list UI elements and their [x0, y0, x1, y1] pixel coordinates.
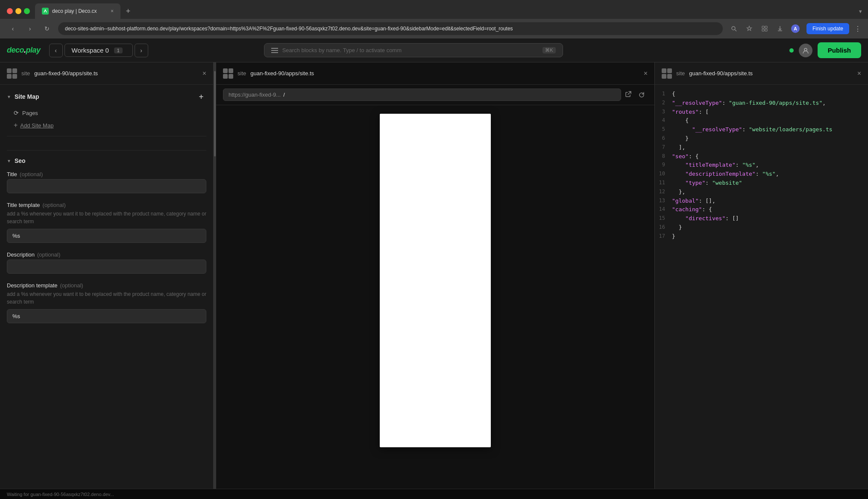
preview-url-display: https://guan-fixed-9... /	[223, 89, 621, 101]
search-url-button[interactable]	[728, 23, 740, 35]
left-panel-close-button[interactable]: ×	[202, 70, 206, 77]
code-line-5: 5 "__resolveType": "website/loaders/page…	[655, 125, 868, 134]
status-bar: Waiting for guan-fixed-90-56asqxkz7t02.d…	[0, 489, 868, 499]
code-panel-icon	[662, 68, 672, 79]
browser-url-input[interactable]	[58, 22, 723, 35]
code-panel-close-button[interactable]: ×	[857, 70, 861, 77]
code-line-1: 1 {	[655, 90, 868, 99]
user-avatar[interactable]	[799, 44, 812, 57]
code-line-8: 8 "seo": {	[655, 152, 868, 161]
workspace-name: Workspace 0	[72, 47, 109, 54]
title-field-section: Title (optional)	[7, 171, 206, 193]
panel-grid-icon	[7, 68, 17, 79]
browser-forward-button[interactable]: ›	[24, 23, 36, 35]
sitemap-section-header[interactable]: ▼ Site Map +	[7, 92, 206, 102]
open-external-button[interactable]	[625, 90, 632, 99]
maximize-window-button[interactable]	[24, 8, 30, 14]
browser-chrome: deco play | Deco.cx × + ▾ ‹ › ↻	[0, 0, 868, 38]
code-line-11: 11 "type": "website"	[655, 179, 868, 188]
extension-button[interactable]	[759, 23, 771, 35]
seo-chevron-icon: ▼	[7, 159, 11, 163]
pages-nav-item[interactable]: ⟳ Pages	[7, 107, 206, 119]
title-template-input[interactable]	[7, 229, 206, 243]
search-kbd-shortcut: ⌘K	[542, 47, 555, 53]
logo-text: deco.play	[7, 46, 41, 55]
browser-url-bar: ‹ › ↻ A Finish update ⋮	[0, 19, 868, 38]
pages-label: Pages	[22, 110, 38, 116]
app-container: deco.play ‹ Workspace 0 1 › Search block…	[0, 38, 868, 499]
title-template-optional-label: (optional)	[43, 202, 66, 208]
app-header: deco.play ‹ Workspace 0 1 › Search block…	[0, 38, 868, 62]
description-template-optional-label: (optional)	[60, 282, 83, 289]
global-search-bar[interactable]: Search blocks by name. Type / to activat…	[264, 43, 563, 57]
svg-point-6	[804, 48, 807, 51]
left-panel-scrollbar-thumb[interactable]	[214, 71, 216, 156]
finish-update-button[interactable]: Finish update	[806, 23, 849, 34]
description-input[interactable]	[7, 260, 206, 274]
browser-tab-active[interactable]: deco play | Deco.cx ×	[35, 3, 120, 19]
publish-button[interactable]: Publish	[818, 42, 861, 58]
title-template-field-label: Title template (optional)	[7, 202, 206, 208]
title-template-field-section: Title template (optional) add a %s whene…	[7, 202, 206, 243]
browser-tab-bar: deco play | Deco.cx × + ▾	[0, 0, 868, 19]
workspace-selector[interactable]: Workspace 0 1	[65, 44, 133, 57]
add-sitemap-inline-button[interactable]: +	[196, 92, 206, 102]
preview-panel-close-button[interactable]: ×	[644, 70, 648, 77]
preview-frame	[216, 105, 654, 489]
code-line-9: 9 "titleTemplate": "%s",	[655, 161, 868, 170]
minimize-window-button[interactable]	[15, 8, 21, 14]
add-sitemap-label: Add Site Map	[20, 122, 53, 129]
finish-update-more[interactable]: ⋮	[854, 25, 861, 33]
workspace-forward-button[interactable]: ›	[135, 44, 148, 57]
main-content: site guan-fixed-90/apps/site.ts × ▼ Site…	[0, 62, 868, 489]
svg-rect-5	[765, 29, 767, 31]
tab-title: deco play | Deco.cx	[52, 8, 97, 14]
sitemap-chevron-icon: ▼	[7, 94, 11, 99]
profile-button[interactable]: A	[789, 23, 801, 35]
download-button[interactable]	[774, 23, 786, 35]
tab-more-button[interactable]: ▾	[856, 7, 865, 15]
right-panel-header: site guan-fixed-90/apps/site.ts ×	[655, 62, 868, 85]
preview-panel-icon	[223, 68, 233, 79]
add-sitemap-button[interactable]: + Add Site Map	[7, 119, 206, 136]
star-button[interactable]	[743, 23, 755, 35]
browser-reload-button[interactable]: ↻	[41, 23, 53, 35]
workspace-badge: 1	[114, 47, 123, 53]
preview-panel-header: site guan-fixed-90/apps/site.ts ×	[216, 62, 654, 85]
left-panel-site-label: site	[21, 70, 30, 77]
code-site-label: site	[676, 70, 685, 77]
title-field-label: Title (optional)	[7, 171, 206, 177]
preview-url-bar: https://guan-fixed-9... /	[216, 85, 654, 105]
right-panel: site guan-fixed-90/apps/site.ts × 1 { 2 …	[654, 62, 868, 489]
title-template-hint: add a %s whenever you want it to be repl…	[7, 210, 206, 225]
search-placeholder-text: Search blocks by name. Type / to activat…	[282, 47, 402, 53]
preview-url-domain: https://guan-fixed-9...	[229, 92, 281, 98]
title-input[interactable]	[7, 179, 206, 193]
close-window-button[interactable]	[7, 8, 13, 14]
code-editor[interactable]: 1 { 2 "__resolveType": "guan-fixed-90/ap…	[655, 85, 868, 489]
preview-refresh-button[interactable]	[636, 89, 648, 101]
browser-back-button[interactable]: ‹	[7, 23, 19, 35]
code-line-2: 2 "__resolveType": "guan-fixed-90/apps/s…	[655, 99, 868, 108]
pages-icon: ⟳	[14, 109, 19, 116]
logo[interactable]: deco.play	[7, 46, 41, 55]
description-template-hint: add a %s whenever you want it to be repl…	[7, 290, 206, 306]
seo-section-header[interactable]: ▼ Seo	[7, 157, 206, 164]
left-panel-content: ▼ Site Map + ⟳ Pages + Add Site Map ▼	[0, 85, 213, 489]
svg-line-1	[735, 30, 736, 31]
description-template-input[interactable]	[7, 309, 206, 323]
description-template-field-section: Description template (optional) add a %s…	[7, 282, 206, 323]
description-template-field-label: Description template (optional)	[7, 282, 206, 289]
close-tab-button[interactable]: ×	[111, 8, 114, 14]
preview-url-path: /	[283, 92, 285, 98]
description-optional-label: (optional)	[37, 251, 60, 258]
workspace-nav: ‹ Workspace 0 1 ›	[49, 44, 148, 57]
workspace-back-button[interactable]: ‹	[49, 44, 63, 57]
url-actions: A	[728, 23, 801, 35]
preview-site-label: site	[238, 70, 246, 77]
description-field-section: Description (optional)	[7, 251, 206, 274]
title-optional-label: (optional)	[20, 171, 43, 177]
new-tab-button[interactable]: +	[122, 5, 134, 17]
code-line-13: 13 "global": [],	[655, 197, 868, 206]
code-line-6: 6 }	[655, 134, 868, 143]
